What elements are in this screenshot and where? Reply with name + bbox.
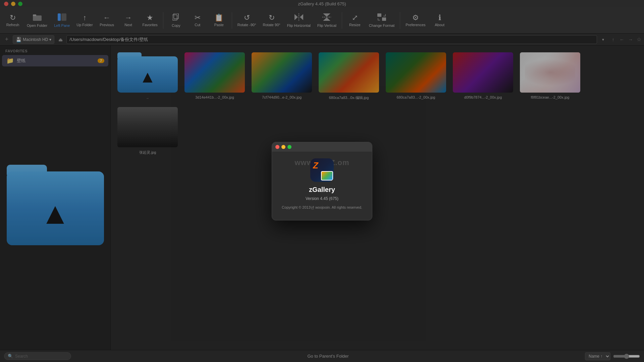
about-body: www.MacZ.om Z zGallery Version 4.45 (675… xyxy=(272,152,372,220)
about-version: Version 4.45 (675) xyxy=(306,196,338,201)
app-icon-z: Z xyxy=(313,160,318,171)
about-app-name: zGallery xyxy=(309,186,335,194)
about-titlebar xyxy=(272,142,372,152)
about-app-icon: Z xyxy=(310,158,334,182)
about-overlay: www.MacZ.om Z zGallery Version 4.45 (675… xyxy=(0,0,644,362)
about-close-button[interactable] xyxy=(275,145,279,149)
about-copyright: Copyright © 2013년 woojooin. All rights r… xyxy=(282,205,362,213)
about-dialog: www.MacZ.om Z zGallery Version 4.45 (675… xyxy=(272,142,372,220)
about-minimize-button[interactable] xyxy=(281,145,285,149)
about-maximize-button[interactable] xyxy=(287,145,291,149)
app-icon-photos xyxy=(321,171,333,180)
